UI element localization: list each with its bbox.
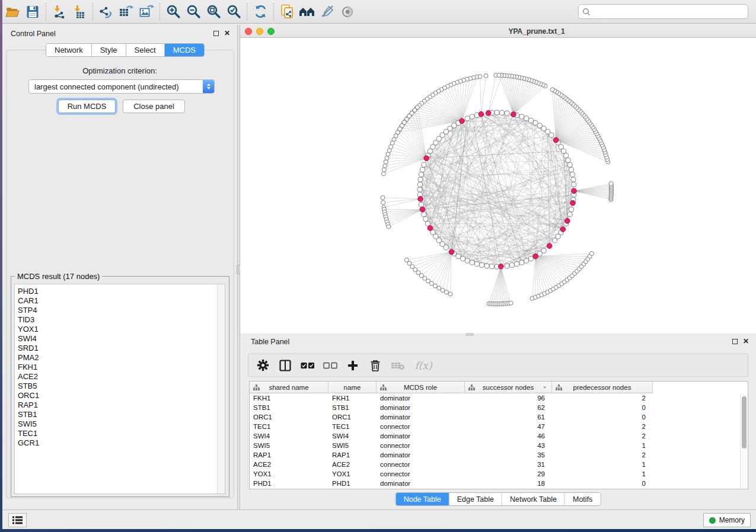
table-cell[interactable]: 61 bbox=[465, 414, 552, 421]
import-network-icon[interactable] bbox=[49, 2, 69, 21]
close-table-panel-icon[interactable]: ✕ bbox=[743, 338, 749, 344]
table-cell[interactable]: 18 bbox=[465, 480, 552, 487]
run-mcds-button[interactable]: Run MCDS bbox=[58, 100, 116, 113]
mcds-result-item[interactable]: ACE2 bbox=[18, 372, 214, 382]
table-row[interactable]: PHD1PHD1dominator180 bbox=[250, 479, 739, 488]
memory-button[interactable]: Memory bbox=[703, 513, 751, 527]
tab-select[interactable]: Select bbox=[126, 44, 165, 56]
zoom-selected-icon[interactable] bbox=[224, 2, 244, 21]
table-cell[interactable]: 62 bbox=[465, 404, 552, 411]
table-cell[interactable]: 0 bbox=[552, 414, 653, 421]
tab-mcds[interactable]: MCDS bbox=[165, 44, 204, 56]
table-cell[interactable]: 1 bbox=[552, 442, 653, 449]
refresh-layout-icon[interactable] bbox=[250, 2, 270, 21]
tab-node-table[interactable]: Node Table bbox=[396, 493, 449, 505]
settings-icon[interactable] bbox=[256, 358, 270, 373]
table-cell[interactable]: connector bbox=[377, 423, 465, 430]
table-row[interactable]: ACE2ACE2connector311 bbox=[250, 460, 739, 469]
zoom-in-icon[interactable] bbox=[163, 2, 183, 21]
table-cell[interactable]: TEC1 bbox=[250, 423, 328, 430]
search-neighbors-icon[interactable] bbox=[297, 2, 317, 21]
network-window-titlebar[interactable]: YPA_prune.txt_1 bbox=[240, 25, 756, 38]
close-window-icon[interactable] bbox=[245, 28, 252, 35]
table-cell[interactable]: SWI5 bbox=[328, 442, 377, 449]
table-cell[interactable]: RAP1 bbox=[250, 451, 328, 459]
mcds-result-item[interactable]: SRD1 bbox=[18, 344, 214, 353]
table-row[interactable]: ORC1ORC1dominator610 bbox=[250, 412, 739, 422]
table-cell[interactable]: 46 bbox=[465, 432, 552, 440]
export-network-icon[interactable] bbox=[96, 2, 116, 21]
table-cell[interactable]: SWI5 bbox=[250, 442, 328, 449]
close-panel-icon[interactable]: ✕ bbox=[224, 30, 230, 36]
table-row[interactable]: YOX1YOX1connector291 bbox=[250, 469, 739, 479]
table-cell[interactable]: dominator bbox=[377, 395, 465, 402]
tab-network-table[interactable]: Network Table bbox=[502, 493, 565, 505]
table-row[interactable]: RAP1RAP1dominator352 bbox=[250, 450, 739, 460]
table-row[interactable]: SWI4SWI4dominator462 bbox=[250, 431, 739, 441]
table-cell[interactable]: 1 bbox=[552, 461, 653, 468]
mcds-result-item[interactable]: STB5 bbox=[18, 382, 214, 391]
mcds-result-item[interactable]: SWI4 bbox=[18, 334, 214, 344]
float-panel-icon[interactable] bbox=[213, 31, 219, 36]
open-file-icon[interactable] bbox=[2, 2, 23, 21]
task-history-button[interactable] bbox=[8, 513, 27, 527]
search-input[interactable] bbox=[593, 7, 744, 17]
delete-table-icon[interactable] bbox=[391, 358, 405, 373]
table-cell[interactable]: dominator bbox=[377, 480, 465, 487]
mcds-result-item[interactable]: SWI5 bbox=[18, 419, 214, 429]
delete-column-icon[interactable] bbox=[368, 358, 382, 373]
select-all-checkboxes-icon[interactable] bbox=[301, 358, 315, 373]
minimize-window-icon[interactable] bbox=[256, 28, 263, 35]
close-panel-button[interactable]: Close panel bbox=[123, 100, 185, 113]
import-table-icon[interactable] bbox=[69, 2, 90, 21]
mcds-result-item[interactable]: PMA2 bbox=[18, 353, 214, 363]
column-header-MCDS-role[interactable]: MCDS role bbox=[377, 382, 465, 393]
hide-annotations-icon[interactable] bbox=[317, 2, 337, 21]
mcds-result-item[interactable]: TID3 bbox=[18, 315, 214, 325]
column-header-shared-name[interactable]: shared name bbox=[250, 382, 328, 393]
add-column-icon[interactable] bbox=[346, 358, 360, 373]
criterion-select[interactable]: largest connected component (undirected) bbox=[28, 79, 215, 94]
tab-network[interactable]: Network bbox=[46, 44, 92, 56]
table-cell[interactable]: SWI4 bbox=[250, 432, 328, 440]
table-cell[interactable]: STB1 bbox=[328, 404, 377, 411]
table-cell[interactable]: SWI4 bbox=[328, 432, 377, 440]
deselect-all-checkboxes-icon[interactable] bbox=[323, 358, 337, 373]
network-canvas[interactable] bbox=[240, 38, 756, 334]
table-cell[interactable]: connector bbox=[377, 442, 465, 449]
table-cell[interactable]: STB1 bbox=[250, 404, 328, 411]
table-cell[interactable]: 43 bbox=[465, 442, 552, 449]
table-scrollbar[interactable] bbox=[740, 394, 747, 488]
table-cell[interactable]: ORC1 bbox=[250, 414, 328, 421]
table-cell[interactable]: FKH1 bbox=[250, 395, 328, 402]
table-cell[interactable]: RAP1 bbox=[328, 451, 377, 459]
table-cell[interactable]: 0 bbox=[552, 480, 653, 487]
table-cell[interactable]: ACE2 bbox=[250, 461, 328, 468]
mcds-result-item[interactable]: PHD1 bbox=[18, 287, 214, 296]
table-cell[interactable]: 2 bbox=[552, 451, 653, 459]
table-cell[interactable]: dominator bbox=[377, 451, 465, 459]
table-cell[interactable]: 1 bbox=[552, 470, 653, 477]
table-cell[interactable]: 2 bbox=[552, 432, 653, 440]
table-cell[interactable]: dominator bbox=[377, 404, 465, 411]
tab-edge-table[interactable]: Edge Table bbox=[449, 493, 502, 505]
table-cell[interactable]: dominator bbox=[377, 414, 465, 421]
table-cell[interactable]: PHD1 bbox=[250, 480, 328, 487]
export-image-icon[interactable] bbox=[136, 2, 157, 21]
function-builder-icon[interactable]: f(x) bbox=[413, 358, 433, 373]
table-row[interactable]: TEC1TEC1connector472 bbox=[250, 422, 739, 431]
zoom-out-icon[interactable] bbox=[183, 2, 203, 21]
table-cell[interactable]: 96 bbox=[465, 395, 552, 402]
table-cell[interactable]: TEC1 bbox=[328, 423, 377, 430]
table-cell[interactable]: FKH1 bbox=[328, 395, 377, 402]
table-cell[interactable]: 35 bbox=[465, 451, 552, 459]
table-cell[interactable]: 47 bbox=[465, 423, 552, 430]
mcds-result-item[interactable]: CAR1 bbox=[18, 296, 214, 306]
table-cell[interactable]: dominator bbox=[377, 432, 465, 440]
table-cell[interactable]: connector bbox=[377, 461, 465, 468]
column-header-successor-nodes[interactable]: successor nodes⌄ bbox=[465, 382, 552, 393]
table-scrollbar-thumb[interactable] bbox=[742, 396, 747, 448]
column-header-predecessor-nodes[interactable]: predecessor nodes bbox=[552, 382, 653, 393]
table-cell[interactable]: connector bbox=[377, 470, 465, 477]
horizontal-splitter-grip[interactable] bbox=[465, 333, 474, 336]
